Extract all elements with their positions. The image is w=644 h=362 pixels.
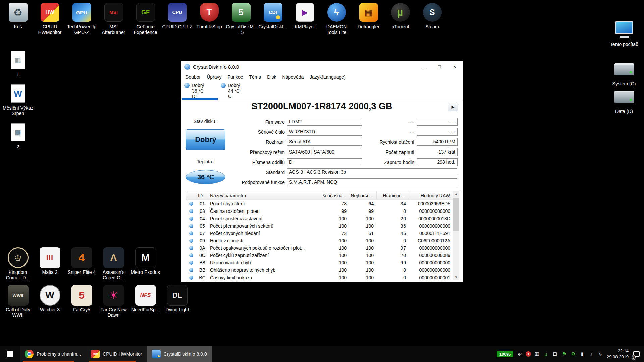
icon-slot: NFS — [135, 285, 156, 306]
desktop-icon-dying-light[interactable]: DL Dying Light — [161, 285, 193, 318]
desktop-icon-steam[interactable]: S Steam — [416, 2, 448, 35]
smart-table-row[interactable]: BC Časový limit příkazu 100 100 0 000000… — [186, 274, 453, 280]
desktop-icon-cod-wwii[interactable]: WWII Call of Duty WWII — [2, 285, 34, 318]
desktop-left-icon-column: ▦ 1 W Měsíční Výkaz Srpen ▦ 2 — [2, 50, 34, 149]
scrollbar-up-icon[interactable]: ▲ — [453, 191, 459, 197]
desktop-icon-data-d[interactable]: Data (D) — [608, 86, 640, 114]
next-disk-button[interactable]: ▶ — [448, 103, 458, 111]
desktop-icon-system-c[interactable]: Systém (C) — [608, 59, 640, 86]
desktop-icon-geforce[interactable]: GF GeForce Experience — [129, 2, 161, 35]
desktop-icon-image-1[interactable]: ▦ 1 — [2, 50, 34, 77]
desktop-icon-this-pc[interactable]: Tento počítač — [608, 19, 640, 47]
smart-table-row[interactable]: 0C Počet cyklů zapnutí zařízení 100 100 … — [186, 252, 453, 259]
input-device-icon[interactable]: ⊞ — [552, 351, 558, 357]
smart-table-row[interactable]: 07 Počet chybných hledání 73 61 45 00000… — [186, 230, 453, 237]
smart-table-row[interactable]: 05 Počet přemapovaných sektorů 100 100 3… — [186, 222, 453, 230]
field-label: Přenosový režim — [181, 149, 287, 155]
desktop-icon-kmplayer[interactable]: ▶ KMPlayer — [289, 2, 321, 35]
menu-item[interactable]: Disk — [264, 73, 279, 81]
menu-item[interactable]: Soubor — [182, 73, 204, 81]
desktop-icon-witcher-3[interactable]: W Witcher 3 — [34, 285, 66, 318]
desktop-icon-kingdom-come[interactable]: ♔ Kingdom Come - D... — [2, 247, 34, 280]
cell-worst: 100 — [350, 267, 377, 273]
desktop-icon-label: 2 — [17, 144, 19, 149]
row-orb-cell — [186, 276, 196, 280]
smart-table-header[interactable]: ID Název parametru Současná... Nejhorší … — [186, 191, 453, 200]
icon-slot: S — [423, 2, 442, 23]
cell-id: 09 — [196, 238, 208, 243]
desktop-icon-hwmonitor[interactable]: HW CPUID HWMonitor — [34, 2, 66, 35]
taskbar-app-crystaldiskinfo[interactable]: CrystalDiskInfo 8.0.0 — [147, 346, 212, 362]
app-icon: S — [423, 3, 442, 22]
game-icon: Λ — [103, 247, 124, 268]
table-scrollbar[interactable]: ▲ ▼ — [453, 191, 459, 280]
desktop-icon-utorrent[interactable]: µ µTorrent — [384, 2, 416, 35]
window-titlebar[interactable]: CrystalDiskInfo 8.0.0 — □ × — [181, 61, 463, 72]
smart-table-row[interactable]: 0A Počet opakovaných pokusů o roztočení … — [186, 244, 453, 252]
smart-table-row[interactable]: 04 Počet spuštění/zastavení 100 100 20 0… — [186, 215, 453, 222]
menu-item[interactable]: Nápověda — [279, 73, 307, 81]
scrollbar-thumb[interactable] — [453, 198, 459, 231]
desktop-icon-image-2[interactable]: ▦ 2 — [2, 122, 34, 149]
maximize-button[interactable]: □ — [432, 61, 447, 72]
smart-table-row[interactable]: B8 Ukončovacích chyb 100 100 99 00000000… — [186, 259, 453, 266]
network-icon[interactable]: ϟ — [597, 351, 603, 357]
app-icon: µ — [391, 3, 410, 22]
desktop-icon-defraggler[interactable]: ▦ Defraggler — [353, 2, 384, 35]
desktop-icon-afterburner[interactable]: MSI MSI Afterburner — [98, 2, 129, 35]
taskbar-clock[interactable]: 22:14 29.08.2019 — [607, 348, 629, 360]
smart-table-row[interactable]: 01 Počet chyb čtení 78 64 34 000003959ED… — [186, 200, 453, 207]
health-orb-icon — [189, 202, 193, 206]
taskbar-app-chrome[interactable]: Problémy s trháním... — [20, 346, 86, 362]
desktop-right-icon-column: Tento počítač Systém (C) Data (D) — [608, 2, 640, 114]
desktop-icon-farcry-new-dawn[interactable]: ☀ Far Cry New Dawn — [98, 285, 129, 318]
desktop-icon-daemon-tools[interactable]: ϟ DAEMON Tools Lite — [321, 2, 353, 35]
battery-percentage-badge[interactable]: 100% — [497, 351, 513, 357]
desktop-icon-crystaldiskinfo[interactable]: CDI CrystalDiskI... — [257, 2, 289, 35]
smart-table-row[interactable]: 09 Hodin v činnosti 100 100 0 C06F000001… — [186, 237, 453, 244]
desktop-icon-farcry5[interactable]: 5 FarCry5 — [66, 285, 98, 318]
hwmonitor-tray-icon[interactable]: ▦ — [534, 351, 540, 357]
taskbar-app-icon: HW — [91, 350, 100, 358]
desktop-icon-kos[interactable]: ♻ Koš — [2, 2, 34, 35]
desktop-icon-throttlestop[interactable]: T ThrottleStop — [193, 2, 225, 35]
flag-icon[interactable]: ⚑ — [561, 351, 567, 357]
file-icon: ▦ — [11, 51, 25, 69]
scrollbar-down-icon[interactable]: ▼ — [453, 274, 459, 280]
close-button[interactable]: × — [447, 61, 463, 72]
desktop-icon-sniper-elite-4[interactable]: 4 Sniper Elite 4 — [66, 247, 98, 280]
desktop-icon-assassins-creed[interactable]: Λ Assassin's Creed O... — [98, 247, 129, 280]
desktop-icon-crystaldiskmark[interactable]: 5 CrystalDiskM... 5 — [225, 2, 257, 35]
desktop-icon-gpuz[interactable]: GPU TechPowerUp GPU-Z — [66, 2, 98, 35]
taskbar-app-icon — [25, 350, 34, 358]
minimize-button[interactable]: — — [416, 61, 432, 72]
defraggler-tray-icon[interactable]: ♻ — [570, 351, 576, 357]
desktop-icon-mafia-3[interactable]: III Mafia 3 — [34, 247, 66, 280]
desktop-icon-cpuz[interactable]: CPU CPUID CPU-Z — [161, 2, 193, 35]
action-center-button[interactable]: 1 — [632, 346, 641, 362]
menu-item[interactable]: Funkce — [225, 73, 246, 81]
smart-table-row[interactable]: BB Ohlášeno neopravitelných chyb 100 100… — [186, 266, 453, 274]
desktop-icon-word-doc[interactable]: W Měsíční Výkaz Srpen — [2, 83, 34, 116]
usb-icon[interactable]: Ψ — [517, 351, 523, 357]
menu-item[interactable]: Téma — [246, 73, 264, 81]
utorrent-tray-icon[interactable]: µ — [543, 351, 549, 357]
battery-icon[interactable]: ▮ — [579, 351, 585, 357]
volume-icon[interactable]: ♪ — [588, 351, 594, 357]
row-orb-cell — [186, 268, 196, 272]
menu-item[interactable]: Jazyk(Language) — [307, 73, 348, 81]
desktop-icon-nfs[interactable]: NFS NeedForSp... — [129, 285, 161, 318]
taskbar-app-hwmonitor[interactable]: HW CPUID HWMonitor — [86, 346, 147, 362]
alert-badge-icon[interactable]: 1 — [526, 351, 531, 357]
menu-item[interactable]: Úpravy — [204, 73, 224, 81]
smart-table-row[interactable]: 03 Čas na roztočení ploten 99 99 0 00000… — [186, 207, 453, 215]
app-icon: ▦ — [359, 3, 378, 22]
desktop-top-icon-row: ♻ Koš HW CPUID HWMonitor GPU TechPowerUp… — [2, 2, 448, 35]
icon-slot: CDI — [264, 2, 282, 23]
disk-tab-d[interactable]: Dobrý 36 °C D: — [182, 82, 218, 100]
cell-current: 100 — [323, 245, 350, 251]
app-icon: ϟ — [327, 3, 346, 22]
start-button[interactable] — [0, 346, 20, 362]
disk-tab-c[interactable]: Dobrý 44 °C C: — [218, 82, 254, 100]
desktop-icon-metro-exodus[interactable]: M Metro Exodus — [129, 247, 161, 280]
